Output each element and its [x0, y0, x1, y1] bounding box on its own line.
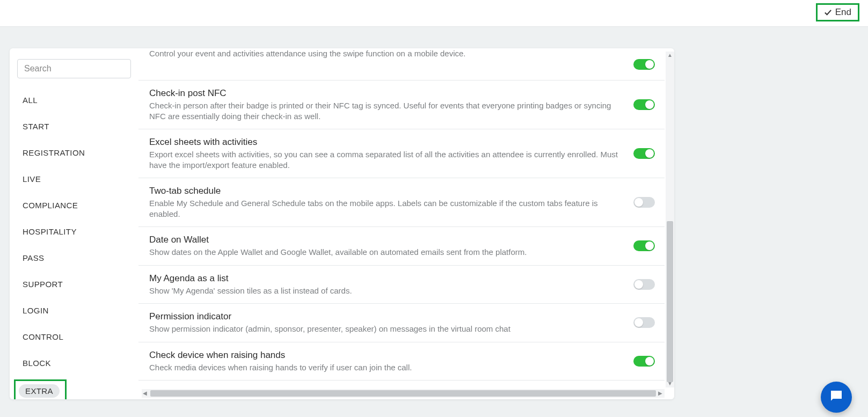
scroll-right-icon[interactable]: ▶: [658, 391, 663, 396]
toggle-knob: [645, 357, 654, 365]
chat-button[interactable]: [821, 382, 852, 413]
scroll-down-icon[interactable]: ▼: [667, 381, 673, 386]
setting-description: Show dates on the Apple Wallet and Googl…: [149, 247, 622, 258]
setting-title: Check-in post NFC: [149, 88, 630, 99]
setting-description: Check-in person after their badge is pri…: [149, 100, 622, 121]
toggle-knob: [645, 100, 654, 109]
settings-list: Control your event and activities attend…: [138, 48, 665, 390]
sidebar-item-all[interactable]: ALL: [17, 90, 131, 110]
horizontal-scrollbar[interactable]: ◀ ▶: [142, 389, 665, 398]
vertical-scrollbar[interactable]: ▲ ▼: [666, 52, 674, 387]
setting-row: My Agenda as a listShow 'My Agenda' sess…: [138, 266, 665, 304]
check-icon: [824, 9, 832, 17]
toggle-switch[interactable]: [633, 317, 655, 328]
toggle-knob: [634, 318, 643, 327]
setting-row: Date on WalletShow dates on the Apple Wa…: [138, 227, 665, 266]
sidebar-item-registration[interactable]: REGISTRATION: [17, 143, 131, 163]
setting-description: Export excel sheets with activities, so …: [149, 149, 622, 170]
sidebar-item-extra[interactable]: EXTRA: [19, 384, 60, 398]
toggle-knob: [634, 198, 643, 207]
end-button[interactable]: End: [816, 3, 859, 21]
vertical-scroll-thumb[interactable]: [667, 221, 673, 382]
sidebar-item-block[interactable]: BLOCK: [17, 353, 131, 373]
setting-row: Native websocketsUse native websockets f…: [138, 381, 665, 390]
chat-icon: [828, 388, 844, 406]
setting-row: Control your event and activities attend…: [138, 48, 665, 81]
sidebar-highlight: EXTRA: [14, 379, 67, 399]
sidebar-item-compliance[interactable]: COMPLIANCE: [17, 195, 131, 215]
toggle-switch[interactable]: [633, 240, 655, 251]
end-label: End: [835, 7, 851, 18]
topbar: End: [0, 0, 868, 27]
setting-title: Permission indicator: [149, 311, 630, 322]
toggle-knob: [645, 149, 654, 158]
toggle-switch[interactable]: [633, 148, 655, 159]
setting-title: My Agenda as a list: [149, 273, 630, 284]
setting-description: Control your event and activities attend…: [149, 48, 622, 59]
sidebar-item-hospitality[interactable]: HOSPITALITY: [17, 222, 131, 242]
settings-panel: ALLSTARTREGISTRATIONLIVECOMPLIANCEHOSPIT…: [10, 48, 674, 399]
scroll-up-icon[interactable]: ▲: [667, 53, 673, 58]
toggle-knob: [634, 280, 643, 289]
toggle-switch[interactable]: [633, 279, 655, 290]
sidebar-list: ALLSTARTREGISTRATIONLIVECOMPLIANCEHOSPIT…: [17, 90, 131, 399]
search-input[interactable]: [17, 59, 131, 78]
setting-row: Excel sheets with activitiesExport excel…: [138, 129, 665, 178]
sidebar-item-live[interactable]: LIVE: [17, 169, 131, 189]
horizontal-scroll-thumb[interactable]: [150, 390, 656, 397]
setting-row: Check device when raising handsCheck med…: [138, 342, 665, 381]
sidebar: ALLSTARTREGISTRATIONLIVECOMPLIANCEHOSPIT…: [10, 48, 138, 399]
sidebar-item-control[interactable]: CONTROL: [17, 327, 131, 347]
setting-row: Two-tab scheduleEnable My Schedule and G…: [138, 178, 665, 227]
settings-content: Control your event and activities attend…: [138, 48, 674, 399]
sidebar-item-login[interactable]: LOGIN: [17, 301, 131, 320]
sidebar-item-support[interactable]: SUPPORT: [17, 274, 131, 294]
toggle-switch[interactable]: [633, 99, 655, 110]
sidebar-item-pass[interactable]: PASS: [17, 248, 131, 268]
toggle-switch[interactable]: [633, 59, 655, 70]
sidebar-item-start[interactable]: START: [17, 116, 131, 136]
setting-title: Check device when raising hands: [149, 350, 630, 361]
toggle-knob: [645, 60, 654, 69]
scroll-left-icon[interactable]: ◀: [143, 391, 148, 396]
setting-row: Permission indicatorShow permission indi…: [138, 304, 665, 342]
toggle-switch[interactable]: [633, 356, 655, 367]
setting-description: Check media devices when raising hands t…: [149, 362, 622, 373]
setting-description: Show permission indicator (admin, sponso…: [149, 324, 622, 334]
setting-title: Excel sheets with activities: [149, 137, 630, 148]
setting-title: Two-tab schedule: [149, 186, 630, 196]
setting-row: Check-in post NFCCheck-in person after t…: [138, 81, 665, 129]
toggle-switch[interactable]: [633, 197, 655, 208]
setting-description: Enable My Schedule and General Schedule …: [149, 198, 622, 219]
toggle-knob: [645, 242, 654, 250]
setting-title: Date on Wallet: [149, 235, 630, 245]
setting-description: Show 'My Agenda' session tiles as a list…: [149, 286, 622, 296]
